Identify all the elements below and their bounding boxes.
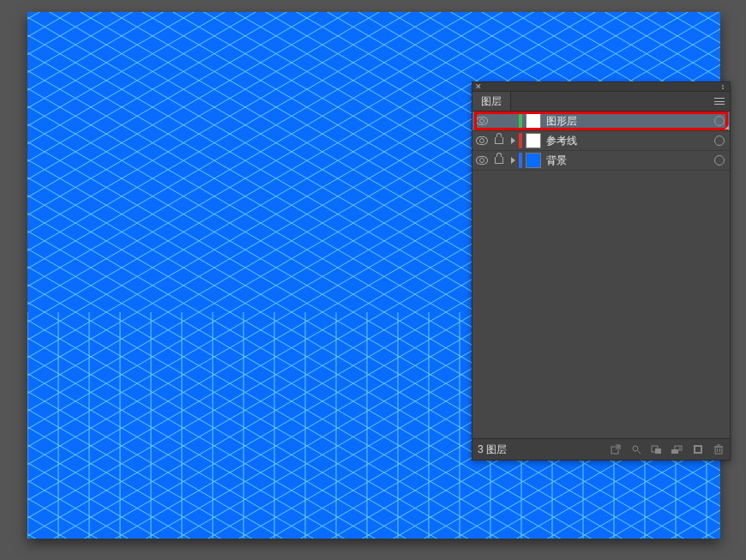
highlight-box <box>474 111 728 130</box>
layer-color-stripe <box>519 133 522 148</box>
expand-toggle[interactable] <box>507 157 519 164</box>
layer-name[interactable]: 背景 <box>546 154 567 168</box>
svg-line-145 <box>27 12 720 52</box>
layer-row[interactable]: 参考线 <box>472 131 730 151</box>
svg-line-136 <box>27 500 720 539</box>
svg-line-43 <box>27 516 720 539</box>
new-sublayer-icon[interactable]: + <box>671 443 683 455</box>
eye-icon <box>476 136 488 145</box>
svg-line-149 <box>27 12 720 17</box>
visibility-toggle[interactable] <box>472 156 491 165</box>
layer-thumbnail[interactable] <box>526 153 541 168</box>
panel-menu-button[interactable] <box>709 92 730 111</box>
lock-icon <box>495 157 503 164</box>
svg-line-157 <box>638 451 641 454</box>
svg-line-147 <box>27 12 720 35</box>
eye-icon <box>476 117 488 125</box>
svg-line-140 <box>27 536 720 539</box>
trash-icon[interactable] <box>713 443 725 455</box>
svg-rect-165 <box>715 447 722 454</box>
layer-count: 3 图层 <box>478 443 507 457</box>
svg-line-32 <box>27 12 720 19</box>
svg-line-34 <box>27 12 720 37</box>
layer-row[interactable]: 背景 <box>472 151 730 171</box>
panel-titlebar[interactable]: ✕ <box>472 82 730 92</box>
panel-footer: 3 图层 + <box>472 438 730 460</box>
new-layer-icon[interactable] <box>692 443 704 455</box>
target-icon[interactable] <box>714 155 725 166</box>
svg-line-38 <box>27 12 720 73</box>
visibility-toggle[interactable] <box>472 136 491 145</box>
layer-thumbnail[interactable] <box>526 133 541 148</box>
svg-text:+: + <box>678 445 682 450</box>
eye-icon <box>476 156 488 165</box>
layer-row[interactable]: 图形层 <box>472 111 730 131</box>
svg-rect-159 <box>655 449 661 454</box>
svg-line-132 <box>27 465 720 539</box>
svg-line-138 <box>27 518 720 539</box>
layer-color-stripe <box>519 113 522 129</box>
layer-list: 图形层参考线背景 <box>472 111 730 171</box>
svg-line-40 <box>27 12 720 90</box>
svg-point-156 <box>633 446 638 451</box>
svg-line-141 <box>27 12 720 88</box>
panel-tabbar: 图层 <box>472 92 730 111</box>
locate-icon[interactable] <box>630 443 642 455</box>
layer-name[interactable]: 参考线 <box>546 134 577 148</box>
hamburger-icon <box>714 98 725 105</box>
svg-line-134 <box>27 483 720 539</box>
clip-mask-icon[interactable] <box>651 443 663 455</box>
layer-color-stripe <box>519 153 522 168</box>
panel-grip-icon <box>716 85 730 89</box>
visibility-toggle[interactable] <box>472 117 491 125</box>
svg-line-47 <box>27 480 720 539</box>
lock-icon <box>495 137 503 144</box>
close-icon[interactable]: ✕ <box>472 82 484 91</box>
svg-line-41 <box>27 534 720 539</box>
expand-toggle[interactable] <box>507 137 519 144</box>
app-stage: ✕ 图层 图形层参考线背景 3 图层 + <box>0 0 746 560</box>
selection-corner-icon <box>725 125 729 129</box>
svg-line-36 <box>27 12 720 55</box>
layer-thumbnail[interactable] <box>526 113 541 129</box>
chevron-right-icon <box>511 137 515 144</box>
tab-label: 图层 <box>481 94 502 109</box>
lock-toggle[interactable] <box>491 157 507 164</box>
lock-toggle[interactable] <box>491 137 507 144</box>
layer-name[interactable]: 图形层 <box>546 114 577 129</box>
chevron-right-icon <box>511 157 515 164</box>
svg-line-49 <box>27 463 720 539</box>
svg-line-143 <box>27 12 720 70</box>
target-icon[interactable] <box>714 135 725 146</box>
svg-rect-164 <box>695 447 701 452</box>
export-icon[interactable] <box>610 443 622 455</box>
svg-line-130 <box>27 447 720 539</box>
tab-layers[interactable]: 图层 <box>472 92 511 111</box>
layers-panel[interactable]: ✕ 图层 图形层参考线背景 3 图层 + <box>472 81 731 461</box>
target-icon[interactable] <box>714 116 725 126</box>
svg-line-45 <box>27 498 720 539</box>
